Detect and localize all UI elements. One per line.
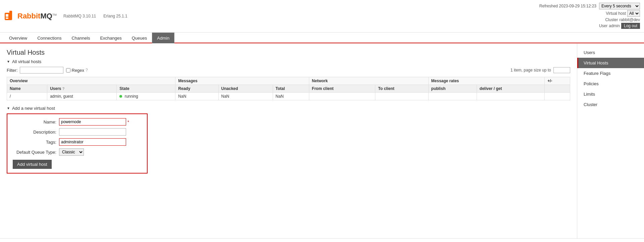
vhost-ready: NaN xyxy=(175,93,218,100)
logo-mq: MQ xyxy=(40,12,52,20)
col-overview: Overview xyxy=(7,77,175,85)
logout-button[interactable]: Log out xyxy=(621,23,640,29)
logo-tm: TM xyxy=(52,13,57,16)
logo-icon xyxy=(4,10,16,22)
sidebar-item-users[interactable]: Users xyxy=(577,47,644,58)
sidebar-item-limits[interactable]: Limits xyxy=(577,89,644,99)
erlang-version: Erlang 25.1.1 xyxy=(103,14,127,18)
vhosts-table: Overview Messages Network Message rates … xyxy=(7,77,570,100)
sidebar-item-virtual-hosts[interactable]: Virtual Hosts xyxy=(577,58,644,68)
sidebar-cluster-label: Cluster xyxy=(584,102,597,107)
col-actions xyxy=(545,85,570,93)
col-to-client: To client xyxy=(375,85,428,93)
vhost-publish xyxy=(428,93,477,100)
sidebar-policies-label: Policies xyxy=(584,81,599,86)
content-area: Virtual Hosts ▼ All virtual hosts Filter… xyxy=(0,43,577,238)
virtual-host-label: Virtual host xyxy=(606,11,626,16)
logo: RabbitMQTM xyxy=(4,10,57,22)
nav-overview[interactable]: Overview xyxy=(4,33,32,43)
filter-label: Filter: xyxy=(7,68,18,73)
col-publish: publish xyxy=(428,85,477,93)
page-title: Virtual Hosts xyxy=(7,49,570,56)
vhost-state: running xyxy=(117,93,175,100)
nav-exchanges[interactable]: Exchanges xyxy=(95,33,126,43)
col-network: Network xyxy=(309,77,428,85)
nav-queues[interactable]: Queues xyxy=(127,33,152,43)
description-row: Description: xyxy=(13,128,142,136)
description-label: Description: xyxy=(13,130,56,135)
add-vhost-triangle: ▼ xyxy=(7,106,10,110)
page-size-input[interactable]: 100 xyxy=(553,67,570,73)
vhost-users: admin, guest xyxy=(47,93,117,100)
refresh-select[interactable]: Manually Every 5 seconds Every 10 second… xyxy=(599,3,640,9)
main-nav: Overview Connections Channels Exchanges … xyxy=(0,33,644,43)
col-ready: Ready xyxy=(175,85,218,93)
tags-label: Tags: xyxy=(13,140,56,145)
col-messages: Messages xyxy=(175,77,309,85)
nav-admin[interactable]: Admin xyxy=(152,33,174,43)
sidebar-users-label: Users xyxy=(584,50,595,55)
vhost-from-client xyxy=(309,93,375,100)
tags-row: Tags: xyxy=(13,138,142,146)
refreshed-label: Refreshed 2023-09-29 15:12:23 xyxy=(539,4,596,8)
queue-type-row: Default Queue Type: Classic Quorum Strea… xyxy=(13,148,142,156)
col-deliver-get: deliver / get xyxy=(477,85,544,93)
version-info: RabbitMQ 3.10.11 Erlang 25.1.1 xyxy=(63,14,131,18)
col-unacked: Unacked xyxy=(218,85,273,93)
vhost-name[interactable]: / xyxy=(7,93,47,100)
user-label: User xyxy=(599,23,607,28)
user-value: admin xyxy=(609,23,620,28)
vhosts-table-body: / admin, guest running NaN NaN NaN xyxy=(7,93,570,100)
queue-type-select[interactable]: Classic Quorum Stream xyxy=(59,148,84,156)
name-input[interactable] xyxy=(59,118,126,126)
state-label: running xyxy=(125,94,138,99)
name-row: Name: * xyxy=(13,118,142,126)
nav-channels[interactable]: Channels xyxy=(66,33,95,43)
tags-input[interactable] xyxy=(59,138,126,146)
footer: HTTP API Server Docs Tutorials Community… xyxy=(0,238,644,242)
rabbitmq-version: RabbitMQ 3.10.11 xyxy=(63,14,96,18)
name-label: Name: xyxy=(13,119,56,125)
header: RabbitMQTM RabbitMQ 3.10.11 Erlang 25.1.… xyxy=(0,0,644,33)
sidebar-limits-label: Limits xyxy=(584,92,595,97)
cluster-row: Cluster rabbit@dev xyxy=(539,17,640,22)
sidebar-feature-flags-label: Feature Flags xyxy=(584,71,610,76)
virtual-host-row: Virtual host All / xyxy=(539,10,640,17)
regex-help-icon[interactable]: ? xyxy=(86,68,88,72)
svg-rect-2 xyxy=(6,14,8,17)
svg-rect-3 xyxy=(6,17,8,19)
filter-input[interactable] xyxy=(20,67,63,74)
top-right-info: Refreshed 2023-09-29 15:12:23 Manually E… xyxy=(539,3,640,30)
svg-rect-1 xyxy=(9,11,12,15)
table-row[interactable]: / admin, guest running NaN NaN NaN xyxy=(7,93,570,100)
logo-text: RabbitMQTM xyxy=(17,12,57,20)
sidebar-vhosts-label: Virtual Hosts xyxy=(584,60,608,65)
nav-connections[interactable]: Connections xyxy=(32,33,66,43)
virtual-host-select[interactable]: All / xyxy=(627,10,640,17)
add-vhost-button[interactable]: Add virtual host xyxy=(13,160,52,169)
filter-row: Filter: Regex ? 1 item, page size up to … xyxy=(7,67,570,74)
col-users: Users ? xyxy=(47,85,117,93)
logo-rabbit: Rabbit xyxy=(17,12,40,20)
all-vhosts-header[interactable]: ▼ All virtual hosts xyxy=(7,59,570,64)
refresh-row: Refreshed 2023-09-29 15:12:23 Manually E… xyxy=(539,3,640,9)
sidebar-item-feature-flags[interactable]: Feature Flags xyxy=(577,68,644,79)
vhost-total: NaN xyxy=(273,93,309,100)
table-group-header: Overview Messages Network Message rates … xyxy=(7,77,570,85)
vhost-to-client xyxy=(375,93,428,100)
regex-checkbox[interactable] xyxy=(66,68,70,72)
users-help-icon[interactable]: ? xyxy=(62,87,65,91)
sidebar-item-cluster[interactable]: Cluster xyxy=(577,99,644,110)
vhost-deliver-get xyxy=(477,93,544,100)
add-vhost-section-header[interactable]: ▼ Add a new virtual host xyxy=(7,106,570,111)
description-input[interactable] xyxy=(59,128,126,136)
page-size-info: 1 item, page size up to 100 xyxy=(511,67,570,73)
col-plus-minus[interactable]: +/- xyxy=(545,77,570,85)
vhost-unacked: NaN xyxy=(218,93,273,100)
main-layout: Virtual Hosts ▼ All virtual hosts Filter… xyxy=(0,43,644,238)
collapse-triangle: ▼ xyxy=(7,60,10,63)
page-size-text: 1 item, page size up to xyxy=(511,68,551,72)
all-vhosts-label: All virtual hosts xyxy=(12,59,41,64)
col-state: State xyxy=(117,85,175,93)
sidebar-item-policies[interactable]: Policies xyxy=(577,79,644,89)
